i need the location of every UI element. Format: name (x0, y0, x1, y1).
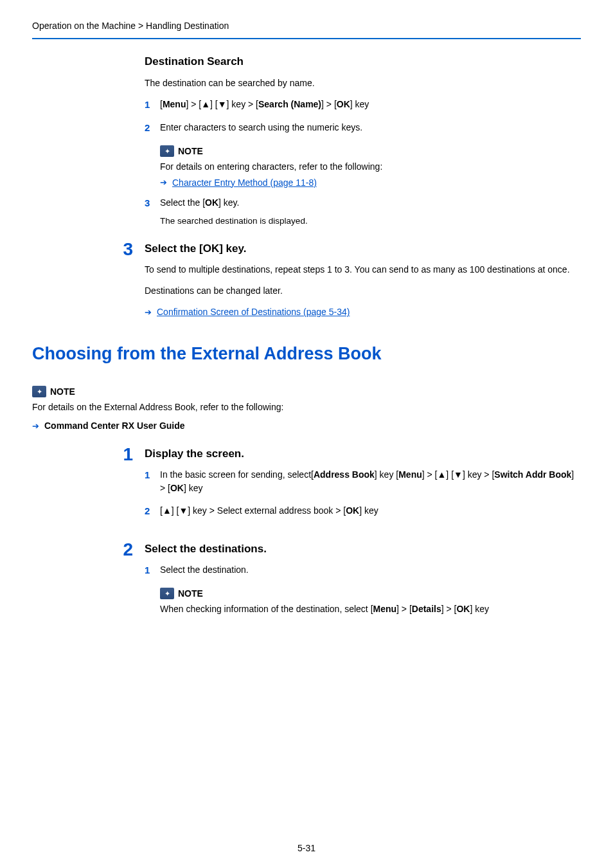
major-step-number: 2 (119, 541, 133, 559)
list-item: 2 [▲] [▼] key > Select external address … (145, 504, 578, 519)
step-marker: 1 (145, 98, 154, 113)
step-text: [Menu] > [▲] [▼] key > [Search (Name)] >… (160, 98, 578, 111)
section-title-destination-search: Destination Search (145, 53, 578, 70)
heading-choosing-external: Choosing from the External Address Book (32, 341, 581, 367)
intro-text: The destination can be searched by name. (145, 77, 578, 90)
major-step: 3 Select the [OK] key. To send to multip… (119, 240, 578, 323)
note-icon: ✦ (160, 145, 174, 157)
list-item: 2 Enter characters to search using the n… (145, 121, 578, 136)
step-text: Select the destination. (160, 563, 578, 577)
major-step-number: 3 (119, 240, 133, 258)
major-step: 2 Select the destinations. 1 Select the … (119, 541, 578, 616)
page-number: 5-31 (0, 842, 613, 855)
arrow-icon: ➔ (145, 306, 152, 319)
list-item: 1 In the basic screen for sending, selec… (145, 468, 578, 495)
note-text: For details on the External Address Book… (32, 401, 581, 414)
note-label: NOTE (178, 587, 203, 601)
major-step-title: Select the destinations. (145, 541, 578, 557)
major-step-title: Select the [OK] key. (145, 240, 578, 257)
header-rule (32, 38, 581, 39)
link-confirmation-screen[interactable]: Confirmation Screen of Destinations (pag… (157, 305, 350, 319)
step-text: Select the [OK] key. (160, 196, 578, 210)
step-text: In the basic screen for sending, select[… (160, 468, 578, 495)
step-marker: 3 (145, 196, 154, 211)
step-marker: 2 (145, 121, 154, 136)
major-step: 1 Display the screen. 1 In the basic scr… (119, 446, 578, 528)
note-icon: ✦ (160, 588, 174, 599)
note-text: When checking information of the destina… (160, 602, 578, 616)
list-item: 1 Select the destination. (145, 563, 578, 578)
note-text: For details on entering characters, refe… (160, 160, 578, 174)
step-subtext: The searched destination is displayed. (160, 215, 578, 228)
list-item: 3 Select the [OK] key. The searched dest… (145, 196, 578, 228)
paragraph: Destinations can be changed later. (145, 284, 578, 298)
reference-guide: Command Center RX User Guide (44, 419, 185, 433)
note-icon: ✦ (32, 386, 46, 397)
arrow-icon: ➔ (160, 176, 167, 189)
note-block: ✦ NOTE For details on the External Addre… (32, 385, 581, 414)
step-marker: 2 (145, 504, 154, 519)
note-block: ✦ NOTE For details on entering character… (160, 145, 578, 190)
step-text: Enter characters to search using the num… (160, 121, 578, 134)
arrow-icon: ➔ (32, 420, 39, 433)
major-step-number: 1 (119, 446, 133, 464)
step-marker: 1 (145, 563, 154, 578)
note-block: ✦ NOTE When checking information of the … (160, 587, 578, 616)
paragraph: To send to multiple destinations, repeat… (145, 263, 578, 276)
breadcrumb: Operation on the Machine > Handling Dest… (32, 19, 581, 38)
step-text: [▲] [▼] key > Select external address bo… (160, 504, 578, 518)
major-step-title: Display the screen. (145, 446, 578, 462)
list-item: 1 [Menu] > [▲] [▼] key > [Search (Name)]… (145, 98, 578, 113)
link-character-entry[interactable]: Character Entry Method (page 11-8) (172, 176, 317, 190)
step-marker: 1 (145, 468, 154, 483)
note-label: NOTE (178, 145, 203, 158)
note-label: NOTE (50, 385, 75, 399)
